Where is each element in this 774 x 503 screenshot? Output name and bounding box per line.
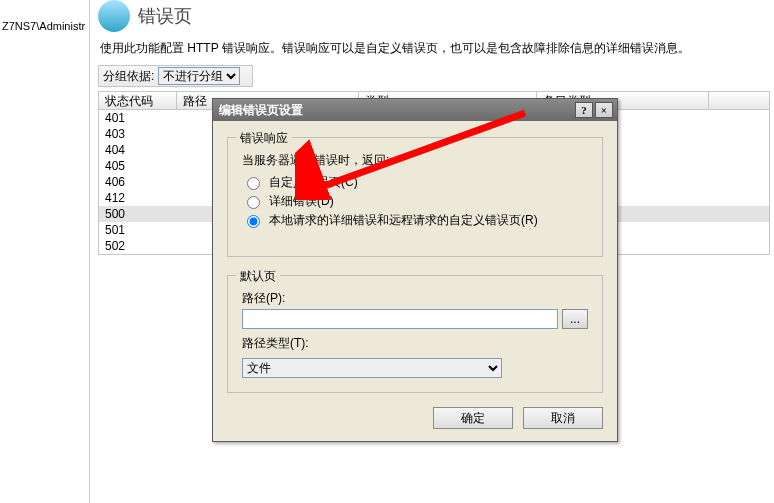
page-description: 使用此功能配置 HTTP 错误响应。错误响应可以是自定义错误页，也可以是包含故障… xyxy=(100,40,766,57)
default-page-group: 默认页 路径(P): ... 路径类型(T): 文件 xyxy=(227,275,603,393)
error-response-intro: 当服务器遇到错误时，返回: xyxy=(242,152,602,169)
cell-status: 502 xyxy=(99,238,177,254)
tree-node-user[interactable]: Z7NS7\Administr xyxy=(2,20,85,32)
path-type-label: 路径类型(T): xyxy=(242,335,602,352)
cell-status: 403 xyxy=(99,126,177,142)
edit-error-page-settings-dialog: 编辑错误页设置 ? × 错误响应 当服务器遇到错误时，返回: 自定义错误页(C)… xyxy=(212,98,618,442)
cell-status: 404 xyxy=(99,142,177,158)
radio-detailed-label[interactable]: 详细错误(D) xyxy=(269,194,334,208)
grouping-toolbar: 分组依据: 不进行分组 xyxy=(98,65,253,87)
radio-detailed-errors[interactable] xyxy=(247,196,260,209)
cell-status: 405 xyxy=(99,158,177,174)
cell-status: 412 xyxy=(99,190,177,206)
cell-status: 501 xyxy=(99,222,177,238)
browse-button[interactable]: ... xyxy=(562,309,588,329)
help-button[interactable]: ? xyxy=(575,102,593,118)
dialog-title: 编辑错误页设置 xyxy=(217,102,573,119)
col-status[interactable]: 状态代码 xyxy=(99,92,177,109)
ok-button[interactable]: 确定 xyxy=(433,407,513,429)
cell-status: 500 xyxy=(99,206,177,222)
cancel-button[interactable]: 取消 xyxy=(523,407,603,429)
path-input[interactable] xyxy=(242,309,558,329)
radio-local-detailed-remote-custom[interactable] xyxy=(247,215,260,228)
radio-custom-label[interactable]: 自定义错误页(C) xyxy=(269,175,358,189)
dialog-titlebar[interactable]: 编辑错误页设置 ? × xyxy=(213,99,617,121)
close-button[interactable]: × xyxy=(595,102,613,118)
error-pages-icon xyxy=(98,0,130,32)
radio-custom-error-pages[interactable] xyxy=(247,177,260,190)
group-by-label: 分组依据: xyxy=(99,68,158,85)
default-page-legend: 默认页 xyxy=(236,268,280,285)
error-response-legend: 错误响应 xyxy=(236,130,292,147)
path-label: 路径(P): xyxy=(242,290,602,307)
page-title: 错误页 xyxy=(138,4,192,28)
tree-pane: Z7NS7\Administr xyxy=(0,0,90,503)
radio-local-label[interactable]: 本地请求的详细错误和远程请求的自定义错误页(R) xyxy=(269,213,538,227)
cell-status: 401 xyxy=(99,110,177,126)
cell-status: 406 xyxy=(99,174,177,190)
path-type-select[interactable]: 文件 xyxy=(242,358,502,378)
group-by-select[interactable]: 不进行分组 xyxy=(158,67,240,85)
error-response-group: 错误响应 当服务器遇到错误时，返回: 自定义错误页(C) 详细错误(D) 本地请… xyxy=(227,137,603,257)
